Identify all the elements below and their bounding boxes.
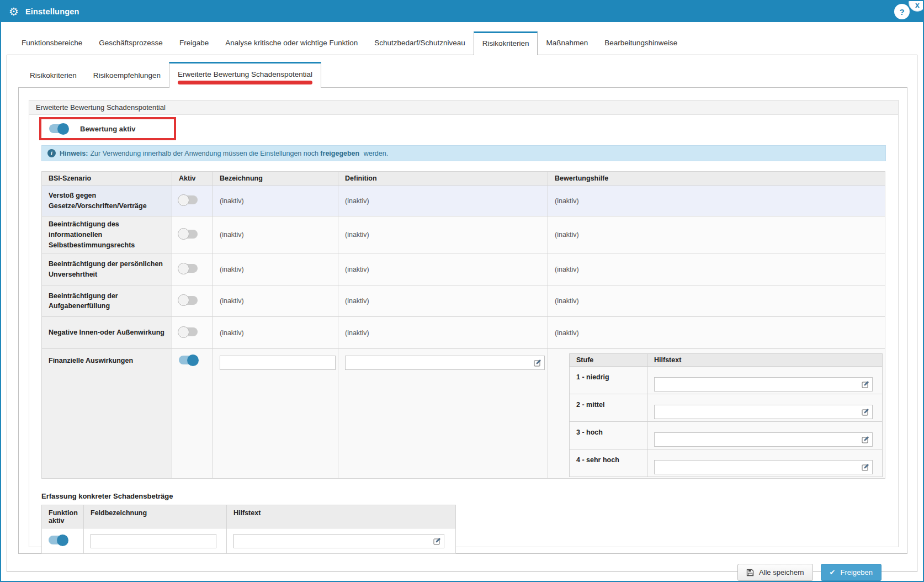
hilfstext-input-3-hoch-wrap: [654, 432, 873, 447]
tab-label: Risikokriterien: [482, 39, 529, 47]
funktion-aktiv-toggle[interactable]: [49, 536, 67, 544]
tab-ma-nahmen[interactable]: Maßnahmen: [538, 31, 596, 55]
edit-icon[interactable]: [534, 359, 541, 367]
damage-table-row: [42, 528, 456, 554]
feldbezeichnung-input-wrap: [91, 534, 216, 548]
tab-schutzbedarf-schutzniveau[interactable]: Schutzbedarf/Schutzniveau: [366, 31, 473, 55]
release-button[interactable]: ✔ Freigeben: [821, 564, 881, 581]
tab-bearbeitungshinweise[interactable]: Bearbeitungshinweise: [596, 31, 686, 55]
inactive-cell: (inaktiv): [213, 317, 338, 349]
tab-label: Freigabe: [179, 39, 209, 47]
bewertung-aktiv-toggle[interactable]: [49, 124, 68, 133]
aktiv-toggle-negative-innen-oder-au-enwirkung[interactable]: [179, 327, 198, 336]
info-icon: i: [47, 149, 56, 157]
hilfstext-input-2-mittel[interactable]: [654, 405, 873, 419]
tab-label: Geschäftsprozesse: [99, 39, 163, 47]
hilfstext-input-3-hoch[interactable]: [654, 432, 873, 447]
scenario-aktiv-cell: [172, 317, 213, 349]
scenario-aktiv-cell: [172, 349, 213, 479]
subtab-risikoempfehlungen[interactable]: Risikoempfehlungen: [85, 64, 169, 87]
column-header-definition: Definition: [338, 172, 548, 186]
feldbezeichnung-input[interactable]: [91, 534, 216, 548]
scenario-row-negative-innen-oder-au-enwirkung: Negative Innen-oder Außenwirkung(inaktiv…: [42, 317, 885, 349]
aktiv-toggle-beeintr-chtigung-der-aufgabenerf-llung[interactable]: [179, 296, 198, 305]
scenario-aktiv-cell: [172, 186, 213, 216]
column-header-bezeichnung: Bezeichnung: [213, 172, 338, 186]
gear-icon: ⚙: [9, 6, 19, 17]
hilfstext-input-4-sehr-hoch-wrap: [654, 460, 873, 474]
bezeichnung-input-wrap: [220, 356, 336, 370]
level-hilfstext-cell: [647, 422, 883, 449]
level-label: 1 - niedrig: [570, 367, 647, 394]
tab-risikokriterien[interactable]: Risikokriterien: [474, 31, 538, 55]
inactive-cell: (inaktiv): [213, 285, 338, 317]
scenario-row-versto-gegen-gesetze-vorschriften-vertr-ge: Verstoß gegen Gesetze/Vorschriften/Vertr…: [42, 186, 885, 216]
level-label: 2 - mittel: [570, 394, 647, 422]
scenario-row-beeintr-chtigung-des-informationellen-selbstbestimmungsrechts: Beeinträchtigung des informationellen Se…: [42, 216, 885, 253]
level-label: 4 - sehr hoch: [570, 449, 647, 477]
inactive-cell: (inaktiv): [213, 253, 338, 285]
toggle-knob: [187, 355, 199, 366]
subtab-risikokriterien[interactable]: Risikokriterien: [22, 64, 85, 87]
damage-hilfstext-input[interactable]: [233, 534, 444, 548]
inactive-cell: (inaktiv): [213, 216, 338, 253]
group-title: Erweiterte Bewertung Schadenspotential: [29, 100, 898, 115]
toggle-knob: [178, 263, 189, 274]
damage-section-title: Erfassung konkreter Schadensbeträge: [41, 492, 886, 500]
save-all-button[interactable]: Alle speichern: [737, 564, 813, 581]
definition-input-wrap: [345, 356, 545, 370]
toggle-knob: [57, 535, 68, 546]
damage-hilfstext-cell: [227, 528, 456, 554]
scenario-row-beeintr-chtigung-der-pers-nlichen-unversehrtheit: Beeinträchtigung der persönlichen Unvers…: [42, 253, 885, 285]
aktiv-toggle-finanzielle-auswirkungen[interactable]: [179, 356, 198, 364]
level-row-2-mittel: 2 - mittel: [570, 394, 883, 422]
scenario-name: Beeinträchtigung der Aufgabenerfüllung: [42, 285, 172, 317]
aktiv-toggle-beeintr-chtigung-der-pers-nlichen-unversehrtheit[interactable]: [179, 264, 198, 273]
tab-freigabe[interactable]: Freigabe: [171, 31, 217, 55]
definition-input[interactable]: [345, 356, 545, 370]
title-bar: ⚙ Einstellungen ? x: [1, 1, 923, 22]
edit-icon[interactable]: [862, 463, 869, 471]
edit-icon[interactable]: [862, 436, 869, 443]
scenario-aktiv-cell: [172, 285, 213, 317]
column-header-feldbezeichnung: Feldbezeichnung: [84, 505, 227, 528]
bewertung-aktiv-label: Bewertung aktiv: [80, 125, 135, 133]
bezeichnung-input[interactable]: [220, 356, 336, 370]
subtab-label: Risikoempfehlungen: [93, 71, 161, 80]
scenario-table: BSI-SzenarioAktivBezeichnungDefinitionBe…: [41, 171, 885, 479]
inactive-cell: (inaktiv): [338, 253, 548, 285]
scenario-row-finanzielle-auswirkungen: Finanzielle AuswirkungenStufeHilfstext1 …: [42, 349, 885, 479]
notice-bar: i Hinweis:Zur Verwendung innerhalb der A…: [41, 145, 886, 161]
aktiv-toggle-beeintr-chtigung-des-informationellen-selbstbestimmungsrechts[interactable]: [179, 230, 198, 239]
level-hilfstext-cell: [647, 449, 883, 477]
aktiv-toggle-versto-gegen-gesetze-vorschriften-vertr-ge[interactable]: [179, 195, 198, 204]
column-header-hilfstext: Hilfstext: [647, 354, 883, 367]
scenario-row-beeintr-chtigung-der-aufgabenerf-llung: Beeinträchtigung der Aufgabenerfüllung(i…: [42, 285, 885, 317]
edit-icon[interactable]: [862, 380, 869, 388]
help-icon[interactable]: ?: [894, 4, 910, 19]
level-row-4-sehr-hoch: 4 - sehr hoch: [570, 449, 883, 477]
scenario-name: Beeinträchtigung der persönlichen Unvers…: [42, 253, 172, 285]
hilfstext-input-4-sehr-hoch[interactable]: [654, 460, 873, 474]
annotation-underline: [178, 81, 312, 84]
level-row-3-hoch: 3 - hoch: [570, 422, 883, 449]
toggle-knob: [178, 228, 189, 240]
edit-icon[interactable]: [862, 408, 869, 416]
tab-gesch-ftsprozesse[interactable]: Geschäftsprozesse: [91, 31, 171, 55]
tab-analyse-kritische-oder-wichtige-funktion[interactable]: Analyse kritische oder wichtige Funktion: [217, 31, 366, 55]
inactive-cell: (inaktiv): [338, 285, 548, 317]
bezeichnung-cell: [213, 349, 338, 479]
release-label: Freigeben: [840, 568, 873, 576]
inactive-cell: (inaktiv): [338, 317, 548, 349]
tab-label: Maßnahmen: [546, 39, 588, 47]
damage-hilfstext-input-wrap: [233, 534, 444, 548]
tab-funktionsbereiche[interactable]: Funktionsbereiche: [13, 31, 91, 55]
toggle-knob: [178, 294, 189, 306]
column-header-stufe: Stufe: [570, 354, 647, 367]
tab-label: Schutzbedarf/Schutzniveau: [374, 39, 465, 47]
edit-icon[interactable]: [433, 537, 441, 545]
close-icon[interactable]: x: [909, 0, 924, 12]
subtab-erweiterte-bewertung-schadenspotential[interactable]: Erweiterte Bewertung Schadenspotential: [169, 62, 321, 88]
hilfstext-input-1-niedrig[interactable]: [654, 377, 873, 391]
inactive-cell: (inaktiv): [548, 317, 885, 349]
